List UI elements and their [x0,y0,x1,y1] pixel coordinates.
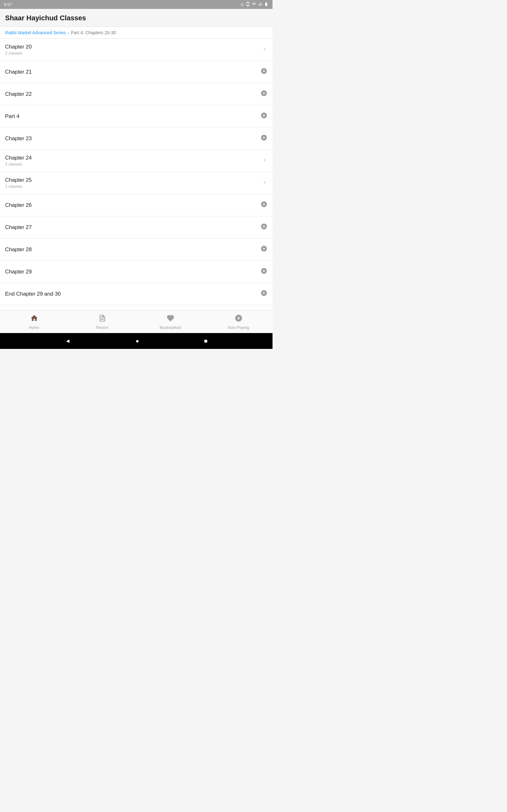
play-button-icon [261,223,268,232]
breadcrumb: Rabbi Markel Advanced Series › Part 4: C… [0,27,273,39]
chevron-right-icon [262,46,268,54]
list-item-title: Chapter 22 [5,91,32,97]
status-time: 9:57 [4,2,12,7]
circle-status-icon: ⊙ [240,2,244,7]
list-item-subtitle: 2 classes [5,162,32,166]
chapter-list: Chapter 202 classesChapter 21Chapter 22P… [0,39,273,310]
list-item-title: Part 4 [5,113,19,119]
play-button-icon [261,290,268,299]
chevron-right-icon [262,179,268,187]
play-button-icon [261,67,268,77]
home-button[interactable]: ● [135,338,139,345]
list-item-title: Chapter 26 [5,202,32,208]
nav-item-home[interactable]: Home [0,310,68,333]
play-button-icon [261,90,268,99]
nav-item-label-home: Home [29,325,39,330]
heart-nav-icon [166,314,175,324]
app-bar: Shaar Hayichud Classes [0,9,273,27]
list-item[interactable]: Part 4 [0,105,273,128]
play-button-icon [261,245,268,254]
bottom-nav: HomeRecentBookmarkedNow Playing [0,310,273,333]
list-item-subtitle: 2 classes [5,51,32,55]
status-bar: 9:57 ⊙ [0,0,273,9]
list-item[interactable]: Chapter 202 classes [0,39,273,61]
nav-item-recent[interactable]: Recent [68,310,136,333]
play-button-icon [261,201,268,210]
list-item[interactable]: Chapter 242 classes [0,150,273,172]
play-button-icon [261,267,268,276]
app-title: Shaar Hayichud Classes [5,14,86,22]
list-item[interactable]: Chapter 22 [0,83,273,105]
wifi-icon [251,2,256,7]
list-item[interactable]: Chapter 28 [0,239,273,261]
list-item[interactable]: Chapter 21 [0,61,273,83]
list-item-title: Chapter 20 [5,44,32,50]
nav-item-now-playing[interactable]: Now Playing [205,310,273,333]
list-item-title: End Chapter 29 and 30 [5,291,61,297]
play-button-icon [261,112,268,121]
signal-icon [258,2,262,7]
recent-nav-icon [98,314,107,324]
list-item-title: Chapter 28 [5,247,32,253]
home-nav-icon [30,314,38,324]
nav-item-label-bookmarked: Bookmarked [160,325,181,330]
list-item[interactable]: Chapter 26 [0,194,273,216]
list-item-title: Chapter 27 [5,224,32,231]
breadcrumb-current: Part 4: Chapters 20-30 [71,30,116,35]
list-item-title: Chapter 21 [5,69,32,75]
list-item[interactable]: Chapter 252 classes [0,172,273,194]
list-item-title: Chapter 29 [5,269,32,275]
system-nav: ◄ ● ■ [0,333,273,349]
list-item[interactable]: Chapter 27 [0,216,273,239]
nav-item-label-recent: Recent [96,325,108,330]
list-item[interactable]: Chapter 23 [0,128,273,150]
sim-icon [245,2,250,7]
list-item-subtitle: 2 classes [5,184,32,189]
list-item-title: Chapter 23 [5,136,32,142]
status-icons: ⊙ [240,2,269,7]
recents-button[interactable]: ■ [204,338,208,345]
nav-item-bookmarked[interactable]: Bookmarked [136,310,205,333]
breadcrumb-link[interactable]: Rabbi Markel Advanced Series [5,30,66,35]
battery-icon [264,2,269,7]
back-button[interactable]: ◄ [65,338,71,345]
list-item-title: Chapter 24 [5,155,32,161]
list-item[interactable]: End Chapter 29 and 30 [0,283,273,305]
nav-item-label-now-playing: Now Playing [228,325,249,330]
play-circle-nav-icon [234,314,243,324]
list-item-title: Chapter 25 [5,177,32,183]
list-item[interactable]: Chapter 29 [0,261,273,283]
breadcrumb-separator: › [67,30,69,35]
play-button-icon [261,134,268,143]
chevron-right-icon [262,157,268,165]
